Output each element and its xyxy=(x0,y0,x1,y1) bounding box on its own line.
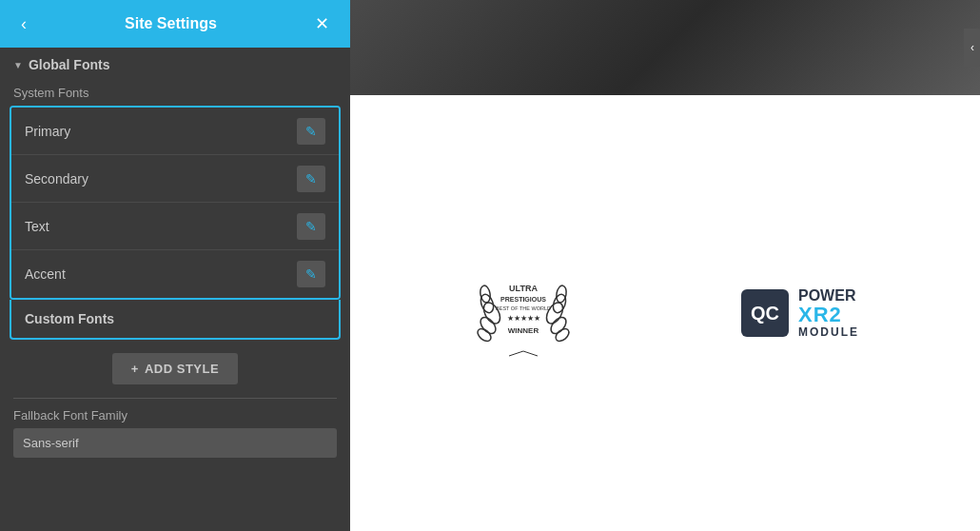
svg-point-8 xyxy=(548,314,569,336)
font-text-label: Text xyxy=(25,219,49,234)
close-button[interactable]: ✕ xyxy=(307,11,337,36)
global-fonts-toggle[interactable]: ▼ Global Fonts xyxy=(13,57,337,72)
custom-fonts-section: Custom Fonts xyxy=(10,300,341,340)
sidebar: ‹ Site Settings ✕ ▼ Global Fonts System … xyxy=(0,0,350,531)
font-primary-edit-button[interactable]: ✎ xyxy=(297,118,325,145)
qc-text: POWER XR2 MODULE xyxy=(798,287,859,340)
qc-xr2-label: XR2 xyxy=(798,304,859,326)
font-accent-label: Accent xyxy=(25,266,66,282)
font-secondary-label: Secondary xyxy=(25,171,88,187)
font-item-primary[interactable]: Primary ✎ xyxy=(11,108,339,155)
font-secondary-edit-button[interactable]: ✎ xyxy=(297,166,325,192)
svg-point-9 xyxy=(554,326,572,344)
font-item-secondary[interactable]: Secondary ✎ xyxy=(11,155,339,203)
global-fonts-label: Global Fonts xyxy=(29,57,110,72)
svg-point-0 xyxy=(480,300,503,326)
svg-line-10 xyxy=(509,351,523,356)
svg-point-4 xyxy=(476,326,494,344)
main-content: ‹ xyxy=(350,0,980,531)
svg-text:BEST OF THE WORLD: BEST OF THE WORLD xyxy=(496,305,551,311)
fallback-font-section: Fallback Font Family xyxy=(0,399,350,463)
font-text-edit-button[interactable]: ✎ xyxy=(297,213,325,240)
collapse-sidebar-button[interactable]: ‹ xyxy=(964,29,980,67)
page-title: Site Settings xyxy=(34,15,307,32)
svg-text:★★★★★: ★★★★★ xyxy=(507,314,540,323)
font-item-text[interactable]: Text ✎ xyxy=(11,203,339,250)
qc-module-label: MODULE xyxy=(798,326,859,339)
font-accent-edit-button[interactable]: ✎ xyxy=(297,261,325,287)
fallback-font-label: Fallback Font Family xyxy=(13,408,337,423)
main-white-area: ULTRA PRESTIGIOUS BEST OF THE WORLD ★★★★… xyxy=(350,95,980,531)
fallback-font-input[interactable] xyxy=(13,428,337,458)
svg-text:WINNER: WINNER xyxy=(508,326,539,335)
add-style-section: + ADD STYLE xyxy=(0,340,350,398)
back-button[interactable]: ‹ xyxy=(13,11,34,36)
svg-line-11 xyxy=(523,351,538,356)
add-style-label: ADD STYLE xyxy=(145,362,219,376)
award-badge: ULTRA PRESTIGIOUS BEST OF THE WORLD ★★★★… xyxy=(471,261,576,365)
system-fonts-container: Primary ✎ Secondary ✎ Text ✎ Accent ✎ xyxy=(10,106,341,300)
font-primary-label: Primary xyxy=(25,124,70,139)
qc-logo: QC POWER XR2 MODULE xyxy=(741,287,859,340)
sidebar-header: ‹ Site Settings ✕ xyxy=(0,0,350,48)
custom-fonts-label: Custom Fonts xyxy=(25,311,114,326)
qc-power-label: POWER xyxy=(798,287,859,305)
svg-point-3 xyxy=(478,314,499,336)
svg-text:ULTRA: ULTRA xyxy=(509,284,538,293)
svg-text:PRESTIGIOUS: PRESTIGIOUS xyxy=(500,296,546,303)
add-style-button[interactable]: + ADD STYLE xyxy=(112,353,238,384)
qc-box: QC xyxy=(741,289,789,337)
add-style-plus-icon: + xyxy=(131,362,139,376)
svg-point-5 xyxy=(543,300,566,326)
system-fonts-label: System Fonts xyxy=(0,78,350,106)
award-badge-svg: ULTRA PRESTIGIOUS BEST OF THE WORLD ★★★★… xyxy=(471,261,576,365)
main-top-image: ‹ xyxy=(350,0,980,95)
toggle-arrow-icon: ▼ xyxy=(13,60,23,70)
global-fonts-section: ▼ Global Fonts xyxy=(0,48,350,78)
font-item-accent[interactable]: Accent ✎ xyxy=(11,250,339,298)
